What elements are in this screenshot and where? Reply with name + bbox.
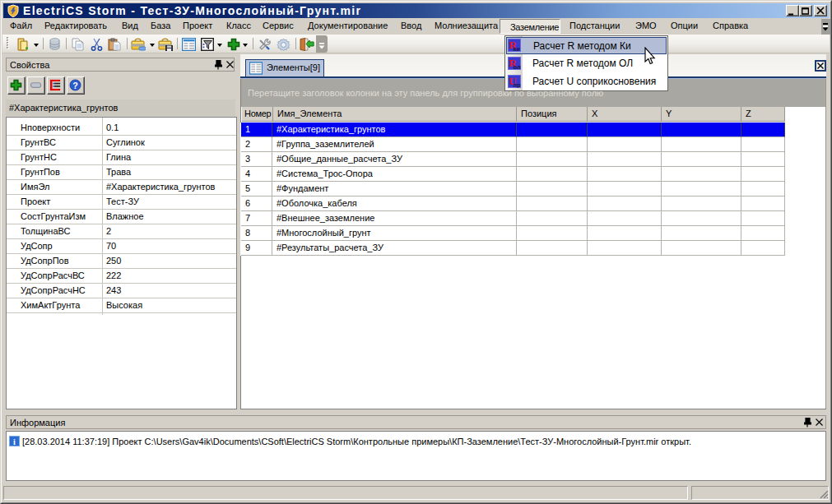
svg-text:пр: пр (514, 81, 521, 88)
svg-text:i: i (13, 437, 16, 446)
svg-text:ки: ки (514, 45, 521, 52)
svg-text:?: ? (72, 81, 78, 90)
svg-text:ол: ол (514, 63, 521, 70)
